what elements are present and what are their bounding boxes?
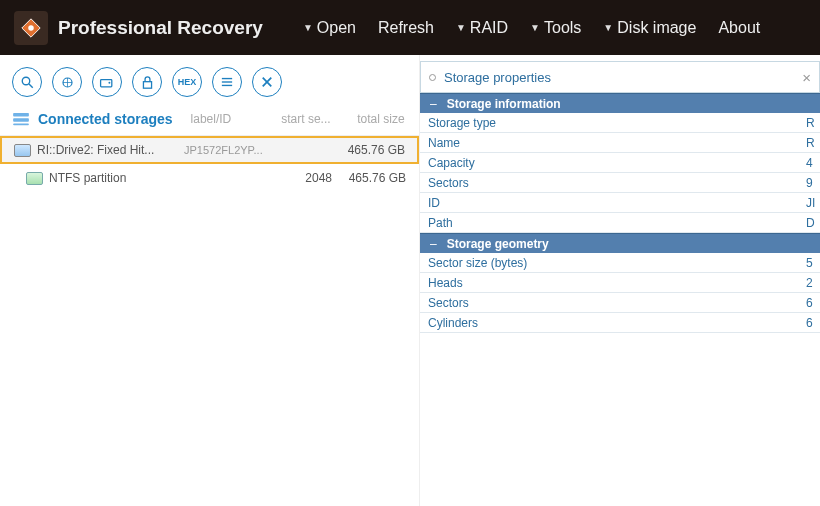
prop-value: 2 <box>806 276 820 290</box>
right-pane: Storage properties × – Storage informati… <box>420 55 820 506</box>
prop-key: Storage type <box>428 116 806 130</box>
prop-row: Sectors9 <box>420 173 820 193</box>
open-drive-button[interactable] <box>92 67 122 97</box>
disk-icon <box>14 144 31 157</box>
prop-value: D <box>806 216 820 230</box>
prop-key: Cylinders <box>428 316 806 330</box>
prop-row: PathD <box>420 213 820 233</box>
menu-disk-image-label: Disk image <box>617 19 696 37</box>
col-start: start se... <box>261 112 331 126</box>
main-menu: ▼Open Refresh ▼RAID ▼Tools ▼Disk image A… <box>303 19 760 37</box>
menu-about-label: About <box>718 19 760 37</box>
prop-key: Heads <box>428 276 806 290</box>
storage-row-drive[interactable]: RI::Drive2: Fixed Hit... JP1572FL2YP... … <box>0 136 419 164</box>
storage-list: RI::Drive2: Fixed Hit... JP1572FL2YP... … <box>0 136 419 192</box>
drive-label: JP1572FL2YP... <box>184 144 263 156</box>
lock-button[interactable] <box>132 67 162 97</box>
prop-key: Capacity <box>428 156 806 170</box>
svg-rect-14 <box>13 118 29 122</box>
close-button[interactable] <box>252 67 282 97</box>
menu-raid[interactable]: ▼RAID <box>456 19 508 37</box>
storage-icon <box>12 112 30 126</box>
prop-key: Sectors <box>428 176 806 190</box>
search-button[interactable] <box>12 67 42 97</box>
menu-open-label: Open <box>317 19 356 37</box>
close-tab-button[interactable]: × <box>802 69 811 86</box>
menu-raid-label: RAID <box>470 19 508 37</box>
menu-refresh[interactable]: Refresh <box>378 19 434 37</box>
section-info-title: Storage information <box>447 97 561 111</box>
logo-wrap: Professional Recovery <box>14 11 263 45</box>
prop-value: 6 <box>806 316 820 330</box>
prop-key: Path <box>428 216 806 230</box>
hex-button[interactable]: HEX <box>172 67 202 97</box>
prop-value: JI <box>806 196 820 210</box>
svg-point-2 <box>22 77 30 85</box>
app-title: Professional Recovery <box>58 17 263 39</box>
partition-icon <box>26 172 43 185</box>
prop-value: 6 <box>806 296 820 310</box>
menu-refresh-label: Refresh <box>378 19 434 37</box>
prop-value: R <box>806 136 820 150</box>
prop-value: 9 <box>806 176 820 190</box>
list-button[interactable] <box>212 67 242 97</box>
prop-key: Sectors <box>428 296 806 310</box>
prop-value: R <box>806 116 820 130</box>
storage-header: Connected storages label/ID start se... … <box>0 107 419 136</box>
partition-name: NTFS partition <box>49 171 126 185</box>
connected-storages-label: Connected storages <box>38 111 173 127</box>
caret-down-icon: ▼ <box>603 22 613 33</box>
prop-row: Capacity4 <box>420 153 820 173</box>
menu-open[interactable]: ▼Open <box>303 19 356 37</box>
explore-button[interactable] <box>52 67 82 97</box>
prop-row: Heads2 <box>420 273 820 293</box>
prop-key: Name <box>428 136 806 150</box>
prop-row: Cylinders6 <box>420 313 820 333</box>
menu-about[interactable]: About <box>718 19 760 37</box>
section-storage-geometry[interactable]: – Storage geometry <box>420 233 820 253</box>
tab-indicator-icon <box>429 74 436 81</box>
prop-value: 4 <box>806 156 820 170</box>
col-label: label/ID <box>191 112 261 126</box>
prop-row: Storage typeR <box>420 113 820 133</box>
prop-row: IDJI <box>420 193 820 213</box>
col-size: total size <box>345 112 405 126</box>
partition-size: 465.76 GB <box>346 171 406 185</box>
collapse-icon: – <box>430 237 437 251</box>
section-geom-title: Storage geometry <box>447 237 549 251</box>
caret-down-icon: ▼ <box>303 22 313 33</box>
partition-start: 2048 <box>262 171 332 185</box>
prop-row: NameR <box>420 133 820 153</box>
collapse-icon: – <box>430 97 437 111</box>
storage-row-partition[interactable]: NTFS partition 2048 465.76 GB <box>0 164 419 192</box>
svg-rect-15 <box>13 123 29 125</box>
svg-point-1 <box>28 25 34 31</box>
toolbar: HEX <box>0 55 419 107</box>
section-storage-information[interactable]: – Storage information <box>420 93 820 113</box>
app-logo-icon <box>14 11 48 45</box>
properties-tab[interactable]: Storage properties × <box>420 61 820 93</box>
menu-tools[interactable]: ▼Tools <box>530 19 581 37</box>
prop-row: Sectors6 <box>420 293 820 313</box>
prop-key: ID <box>428 196 806 210</box>
prop-row: Sector size (bytes)5 <box>420 253 820 273</box>
svg-line-3 <box>29 84 33 88</box>
prop-key: Sector size (bytes) <box>428 256 806 270</box>
menu-disk-image[interactable]: ▼Disk image <box>603 19 696 37</box>
drive-size: 465.76 GB <box>346 143 405 157</box>
menu-tools-label: Tools <box>544 19 581 37</box>
prop-value: 5 <box>806 256 820 270</box>
caret-down-icon: ▼ <box>456 22 466 33</box>
properties-tab-title: Storage properties <box>444 70 802 85</box>
app-header: Professional Recovery ▼Open Refresh ▼RAI… <box>0 0 820 55</box>
hex-label: HEX <box>178 77 197 87</box>
caret-down-icon: ▼ <box>530 22 540 33</box>
left-pane: HEX Connected storages label/ID start se… <box>0 55 420 506</box>
svg-point-6 <box>108 82 110 84</box>
svg-rect-13 <box>13 113 29 117</box>
drive-name: RI::Drive2: Fixed Hit... <box>37 143 154 157</box>
svg-rect-7 <box>143 81 151 88</box>
